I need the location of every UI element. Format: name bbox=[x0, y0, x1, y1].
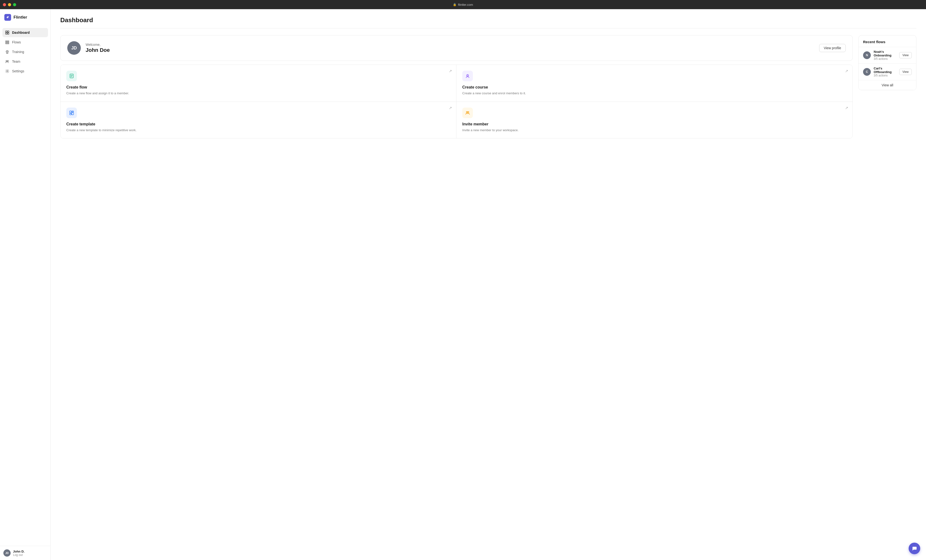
svg-point-8 bbox=[7, 51, 8, 52]
divider bbox=[60, 28, 916, 29]
create-template-desc: Create a new template to minimize repeti… bbox=[66, 128, 451, 133]
svg-rect-0 bbox=[6, 31, 7, 32]
url-text: flintler.com bbox=[458, 3, 473, 6]
sidebar-item-label: Team bbox=[12, 59, 20, 64]
dashboard-body: JD Welcome, John Doe View profile ↗ bbox=[60, 35, 916, 138]
create-flow-card[interactable]: ↗ Create flow Create a new flow and assi… bbox=[61, 65, 457, 102]
svg-point-14 bbox=[468, 75, 468, 76]
sidebar-item-training[interactable]: Training bbox=[2, 47, 48, 56]
recent-flows-card: Recent flows N Noah's Onboarding 3/5 act… bbox=[858, 35, 916, 90]
svg-point-11 bbox=[7, 71, 8, 72]
view-profile-button[interactable]: View profile bbox=[819, 44, 846, 52]
sidebar-item-label: Training bbox=[12, 50, 24, 54]
svg-point-9 bbox=[6, 61, 7, 62]
logo-icon bbox=[5, 14, 11, 21]
create-flow-title: Create flow bbox=[66, 85, 451, 89]
flow-actions-carl: 3/5 actions bbox=[874, 74, 896, 77]
invite-member-icon bbox=[462, 107, 473, 118]
flow-info-carl: Carl's Offboarding 3/5 actions bbox=[874, 67, 896, 77]
create-course-icon bbox=[462, 71, 473, 81]
view-all-button[interactable]: View all bbox=[859, 80, 916, 90]
flows-icon bbox=[5, 40, 10, 45]
flow-avatar-noah: N bbox=[863, 51, 871, 59]
sidebar-footer: JD John D. Log out bbox=[0, 546, 50, 560]
arrow-icon: ↗ bbox=[845, 69, 848, 73]
flow-item-noah: N Noah's Onboarding 3/5 actions View bbox=[859, 47, 916, 64]
welcome-text: Welcome, John Doe bbox=[86, 43, 814, 53]
arrow-icon: ↗ bbox=[845, 106, 848, 110]
view-noah-button[interactable]: View bbox=[899, 52, 912, 58]
svg-rect-16 bbox=[72, 111, 74, 112]
avatar: JD bbox=[3, 549, 11, 557]
flow-item-carl: C Carl's Offboarding 3/5 actions View bbox=[859, 64, 916, 80]
maximize-button[interactable] bbox=[13, 3, 16, 6]
url-bar: 🔒 flintler.com bbox=[453, 3, 473, 6]
minimize-button[interactable] bbox=[8, 3, 11, 6]
chat-fab-button[interactable] bbox=[909, 543, 920, 554]
svg-point-19 bbox=[466, 111, 468, 113]
window-controls bbox=[3, 3, 16, 6]
invite-member-desc: Invite a new member to your workspace. bbox=[462, 128, 847, 133]
app-layout: Flintler Dashboard bbox=[0, 9, 926, 560]
settings-icon bbox=[5, 69, 10, 74]
titlebar: 🔒 flintler.com bbox=[0, 0, 926, 9]
welcome-avatar: JD bbox=[67, 41, 81, 55]
sidebar-logo: Flintler bbox=[0, 9, 50, 26]
close-button[interactable] bbox=[3, 3, 6, 6]
sidebar: Flintler Dashboard bbox=[0, 9, 51, 560]
create-template-card[interactable]: ↗ Create template Create a new template … bbox=[61, 102, 457, 138]
dashboard-icon bbox=[5, 30, 10, 35]
sidebar-item-dashboard[interactable]: Dashboard bbox=[2, 28, 48, 37]
logo-text: Flintler bbox=[14, 15, 27, 20]
footer-username: John D. bbox=[13, 549, 24, 553]
create-flow-icon bbox=[66, 71, 77, 81]
create-course-title: Create course bbox=[462, 85, 847, 89]
flow-avatar-carl: C bbox=[863, 68, 871, 76]
invite-member-card[interactable]: ↗ Invite member Invite a new member to y… bbox=[457, 102, 852, 138]
svg-rect-15 bbox=[70, 111, 71, 113]
welcome-greeting: Welcome, bbox=[86, 43, 814, 47]
main-content: Dashboard JD Welcome, John Doe View prof… bbox=[51, 9, 926, 560]
sidebar-item-label: Settings bbox=[12, 69, 24, 73]
flow-name-carl: Carl's Offboarding bbox=[874, 67, 896, 74]
svg-rect-4 bbox=[6, 41, 9, 41]
create-template-title: Create template bbox=[66, 122, 451, 126]
flow-name-noah: Noah's Onboarding bbox=[874, 50, 896, 57]
footer-user-info: John D. Log out bbox=[13, 549, 24, 557]
arrow-icon: ↗ bbox=[449, 106, 452, 110]
sidebar-item-flows[interactable]: Flows bbox=[2, 38, 48, 47]
flow-actions-noah: 3/5 actions bbox=[874, 57, 896, 61]
page-title: Dashboard bbox=[60, 17, 916, 24]
sidebar-nav: Dashboard Flows bbox=[0, 26, 50, 546]
recent-flows-header: Recent flows bbox=[859, 35, 916, 47]
lock-icon: 🔒 bbox=[453, 3, 457, 6]
create-template-icon bbox=[66, 107, 77, 118]
welcome-name: John Doe bbox=[86, 47, 814, 53]
welcome-card: JD Welcome, John Doe View profile bbox=[60, 35, 853, 61]
recent-flows-panel: Recent flows N Noah's Onboarding 3/5 act… bbox=[858, 35, 916, 90]
sidebar-item-team[interactable]: Team bbox=[2, 57, 48, 66]
svg-rect-2 bbox=[6, 33, 7, 34]
create-course-card[interactable]: ↗ Create course Create a new course and … bbox=[457, 65, 852, 102]
sidebar-item-label: Flows bbox=[12, 40, 21, 44]
view-carl-button[interactable]: View bbox=[899, 69, 912, 75]
sidebar-item-label: Dashboard bbox=[12, 30, 30, 35]
action-grid: ↗ Create flow Create a new flow and assi… bbox=[60, 65, 853, 138]
sidebar-item-settings[interactable]: Settings bbox=[2, 67, 48, 76]
invite-member-title: Invite member bbox=[462, 122, 847, 126]
create-flow-desc: Create a new flow and assign it to a mem… bbox=[66, 91, 451, 96]
flow-info-noah: Noah's Onboarding 3/5 actions bbox=[874, 50, 896, 61]
logout-link[interactable]: Log out bbox=[13, 553, 24, 557]
team-icon bbox=[5, 59, 10, 64]
svg-rect-3 bbox=[8, 33, 9, 34]
svg-point-20 bbox=[468, 111, 469, 113]
svg-rect-6 bbox=[6, 43, 9, 44]
svg-rect-1 bbox=[8, 31, 9, 32]
svg-point-10 bbox=[8, 61, 9, 62]
svg-point-7 bbox=[6, 50, 8, 53]
dashboard-left: JD Welcome, John Doe View profile ↗ bbox=[60, 35, 853, 138]
create-course-desc: Create a new course and enrol members to… bbox=[462, 91, 847, 96]
svg-rect-5 bbox=[6, 42, 9, 43]
arrow-icon: ↗ bbox=[449, 69, 452, 73]
training-icon bbox=[5, 50, 10, 54]
